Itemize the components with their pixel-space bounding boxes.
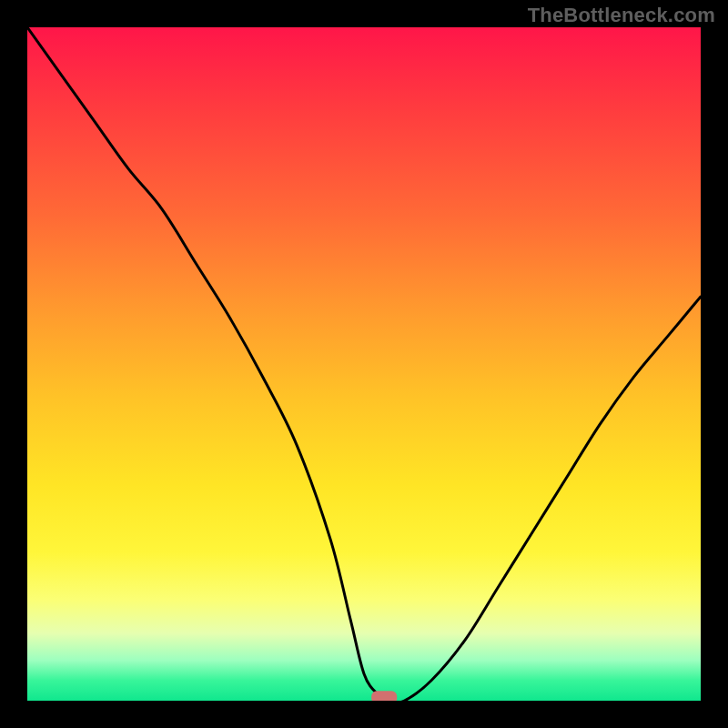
chart-frame: TheBottleneck.com [0,0,728,728]
min-marker [371,691,397,701]
watermark-text: TheBottleneck.com [528,4,715,27]
chart-svg [27,27,701,701]
bottleneck-curve [27,27,701,701]
plot-area [27,27,701,701]
